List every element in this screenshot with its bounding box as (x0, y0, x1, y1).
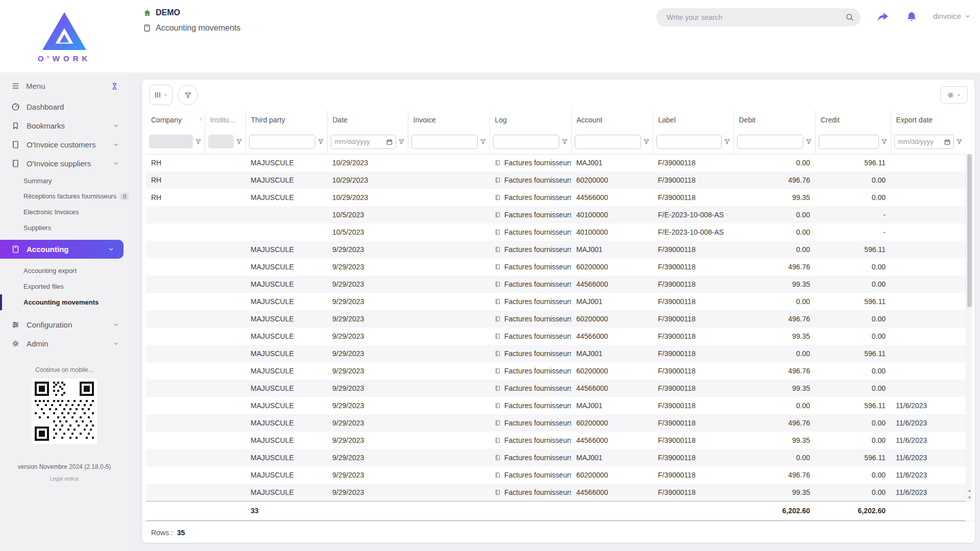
search-icon[interactable] (845, 12, 854, 22)
funnel-icon[interactable] (398, 138, 405, 145)
table-row[interactable]: 10/5/2023 Factures fournisseurs 40100000… (146, 223, 966, 241)
funnel-icon[interactable] (480, 138, 486, 145)
scrollbar-thumb[interactable] (967, 154, 972, 307)
cell-invoice (408, 276, 489, 293)
journal-icon (495, 212, 501, 218)
column-header-label[interactable]: Label (653, 110, 733, 130)
sidebar-item-configuration[interactable]: Configuration (0, 315, 129, 334)
column-header-account[interactable]: Account (571, 110, 653, 130)
funnel-icon[interactable] (956, 138, 963, 145)
table-row[interactable]: MAJUSCULE 9/29/2023 Factures fournisseur… (146, 397, 966, 414)
table-settings-button[interactable] (940, 86, 968, 104)
column-header-date[interactable]: Date (327, 110, 408, 130)
funnel-icon[interactable] (195, 138, 202, 145)
sidebar-item-admin[interactable]: Admin (0, 334, 129, 353)
column-header-invoice[interactable]: Invoice (408, 110, 489, 130)
cell-export-date: 11/6/2023 (891, 432, 966, 449)
cell-label: F/39000118 (653, 276, 733, 293)
invoice-filter-input[interactable] (411, 135, 478, 149)
funnel-icon[interactable] (643, 138, 650, 145)
breadcrumb[interactable]: DEMO (143, 8, 240, 17)
third-party-filter-input[interactable] (249, 135, 315, 149)
table-row[interactable]: MAJUSCULE 9/29/2023 Factures fournisseur… (146, 449, 966, 466)
column-header-log[interactable]: Log (489, 110, 571, 130)
filter-toggle-button[interactable] (178, 85, 198, 105)
table-row[interactable]: MAJUSCULE 9/29/2023 Factures fournisseur… (146, 345, 966, 362)
caret-down-icon (163, 93, 168, 97)
notifications-bell-icon[interactable] (905, 8, 918, 23)
account-filter-input[interactable] (575, 135, 641, 149)
funnel-icon[interactable] (236, 138, 242, 145)
table-row[interactable]: RH MAJUSCULE 10/29/2023 Factures fournis… (146, 189, 966, 206)
sidebar-item-bookmarks[interactable]: Bookmarks (0, 116, 129, 135)
table-row[interactable]: MAJUSCULE 9/29/2023 Factures fournisseur… (146, 328, 966, 345)
sidebar-subitem-accounting-export[interactable]: Accounting export (0, 263, 129, 279)
table-row[interactable]: MAJUSCULE 9/29/2023 Factures fournisseur… (146, 380, 966, 397)
cell-label: F/39000118 (653, 449, 733, 466)
log-filter-input[interactable] (493, 135, 559, 149)
scroll-up-arrow[interactable]: ▲ (966, 487, 973, 494)
funnel-icon[interactable] (724, 138, 730, 145)
table-row[interactable]: MAJUSCULE 9/29/2023 Factures fournisseur… (146, 241, 966, 258)
funnel-icon[interactable] (805, 138, 812, 145)
funnel-icon[interactable] (317, 138, 324, 145)
column-header-credit[interactable]: Credit (815, 110, 891, 130)
table-row[interactable]: MAJUSCULE 9/29/2023 Factures fournisseur… (146, 276, 966, 293)
company-filter[interactable] (149, 135, 193, 148)
date-filter-input[interactable] (331, 135, 396, 149)
cell-export-date (891, 171, 966, 189)
export-date-filter-input[interactable] (894, 135, 954, 149)
column-header-institution[interactable]: Institu... (205, 110, 246, 130)
table-row[interactable]: MAJUSCULE 9/29/2023 Factures fournisseur… (146, 432, 966, 449)
table-row[interactable]: 10/5/2023 Factures fournisseurs 40100000… (146, 206, 966, 223)
column-header-debit[interactable]: Debit (733, 110, 815, 130)
sidebar-item-oinvoice-customers[interactable]: O'Invoice customers (0, 135, 129, 154)
column-header-third-party[interactable]: Third party (246, 110, 327, 130)
table-row[interactable]: MAJUSCULE 9/29/2023 Factures fournisseur… (146, 293, 966, 310)
table-row[interactable]: RH MAJUSCULE 10/29/2023 Factures fournis… (146, 171, 966, 189)
table-row[interactable]: MAJUSCULE 9/29/2023 Factures fournisseur… (146, 414, 966, 432)
sidebar-item-dashboard[interactable]: Dashboard (0, 97, 129, 116)
label-filter-input[interactable] (656, 135, 722, 149)
share-icon[interactable] (876, 8, 890, 23)
cell-debit: 0.00 (733, 293, 815, 310)
sidebar-subitem-summary[interactable]: Summary (0, 173, 129, 189)
table-row[interactable]: RH MAJUSCULE 10/29/2023 Factures fournis… (146, 154, 966, 171)
institution-filter[interactable] (208, 135, 234, 148)
search-input[interactable] (656, 13, 861, 21)
debit-filter-input[interactable] (737, 135, 803, 149)
user-menu[interactable]: dinvoice (933, 8, 971, 20)
cell-company (146, 223, 205, 241)
sidebar-menu-toggle[interactable]: Menu (0, 72, 129, 97)
cell-date: 9/29/2023 (327, 362, 408, 380)
table-row[interactable]: MAJUSCULE 9/29/2023 Factures fournisseur… (146, 484, 966, 501)
sidebar-subitem-exported-files[interactable]: Exported files (0, 279, 129, 294)
table-row[interactable]: MAJUSCULE 9/29/2023 Factures fournisseur… (146, 466, 966, 484)
column-header-company[interactable]: Company (146, 110, 205, 130)
sidebar-subitem-suppliers[interactable]: Suppliers (0, 220, 129, 236)
column-header-export-date[interactable]: Export date (891, 110, 966, 130)
app-name: DEMO (156, 8, 180, 17)
cell-label: F/39000118 (653, 362, 733, 380)
credit-filter-input[interactable] (819, 135, 879, 149)
pin-hourglass-icon[interactable] (111, 82, 118, 90)
sidebar-subitem-accounting-movements[interactable]: Accounting movements (0, 294, 129, 310)
funnel-icon[interactable] (561, 138, 568, 145)
cell-third-party: MAJUSCULE (246, 362, 327, 380)
sidebar-subitem-receptions[interactable]: Réceptions factures fournisseurs 0 (0, 189, 129, 204)
table-row[interactable]: MAJUSCULE 9/29/2023 Factures fournisseur… (146, 258, 966, 276)
table-body: RH MAJUSCULE 10/29/2023 Factures fournis… (146, 154, 966, 501)
funnel-icon[interactable] (881, 138, 888, 145)
column-chooser-button[interactable] (149, 85, 173, 105)
chevron-down-icon (113, 321, 119, 328)
vertical-scrollbar[interactable]: ▲ ▼ (966, 154, 972, 501)
sidebar-item-oinvoice-suppliers[interactable]: O'Invoice suppliers (0, 154, 129, 173)
legal-notice-link[interactable]: Legal notice (0, 475, 129, 482)
sidebar-item-accounting[interactable]: Accounting (0, 240, 124, 259)
table-row[interactable]: MAJUSCULE 9/29/2023 Factures fournisseur… (146, 362, 966, 380)
table-row[interactable]: MAJUSCULE 9/29/2023 Factures fournisseur… (146, 310, 966, 328)
cell-date: 9/29/2023 (327, 414, 408, 432)
scroll-down-arrow[interactable]: ▼ (966, 494, 973, 501)
app-logo[interactable]: O'WORK (0, 0, 129, 72)
sidebar-subitem-electronic-invoices[interactable]: Electronic Invoices (0, 204, 129, 220)
